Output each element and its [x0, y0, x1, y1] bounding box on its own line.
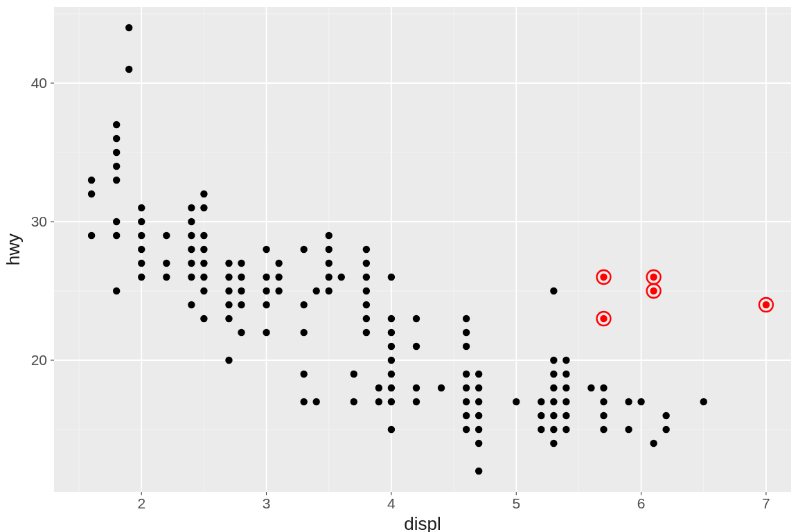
data-point	[225, 301, 232, 308]
data-point	[263, 246, 269, 253]
data-point	[138, 218, 145, 225]
data-point	[600, 426, 607, 433]
data-point	[625, 426, 632, 433]
data-point	[550, 384, 557, 391]
data-point	[275, 274, 282, 281]
data-point	[188, 274, 195, 281]
data-point	[513, 398, 520, 405]
data-point	[225, 287, 232, 294]
data-point	[200, 260, 207, 267]
data-point	[138, 260, 145, 267]
data-point	[238, 287, 245, 294]
data-point	[113, 149, 120, 156]
data-point	[275, 260, 282, 267]
data-point	[550, 357, 557, 364]
data-point	[388, 357, 395, 364]
data-point	[550, 398, 557, 405]
data-point	[475, 412, 482, 419]
data-point	[351, 398, 357, 405]
data-point	[188, 204, 195, 211]
data-point	[188, 260, 195, 267]
data-point	[413, 315, 420, 322]
data-point	[363, 329, 370, 336]
data-point	[363, 246, 370, 253]
data-point	[562, 398, 569, 405]
data-point	[113, 287, 120, 294]
data-point	[600, 398, 607, 405]
data-point	[163, 260, 170, 267]
data-point	[463, 371, 470, 378]
y-tick-label: 40	[31, 75, 47, 91]
data-point	[300, 329, 307, 336]
plot-panel	[54, 7, 791, 492]
data-point	[388, 384, 395, 391]
data-point	[388, 274, 395, 281]
data-point-highlight	[600, 315, 607, 322]
data-point	[388, 343, 395, 350]
data-point	[200, 274, 207, 281]
data-point	[650, 440, 657, 447]
data-point	[475, 468, 482, 475]
data-point	[326, 232, 332, 239]
data-point	[562, 384, 569, 391]
data-point	[138, 204, 145, 211]
data-point	[300, 371, 307, 378]
data-point	[300, 398, 307, 405]
data-point	[600, 412, 607, 419]
data-point	[562, 371, 569, 378]
data-point	[138, 274, 145, 281]
data-point	[413, 384, 420, 391]
data-point	[587, 384, 594, 391]
data-point	[113, 218, 120, 225]
data-point	[125, 24, 132, 31]
data-point	[326, 246, 332, 253]
data-point	[562, 412, 569, 419]
data-point	[463, 315, 470, 322]
data-point	[200, 204, 207, 211]
data-point	[88, 190, 95, 197]
data-point	[113, 163, 120, 170]
x-tick-label: 3	[263, 495, 271, 511]
data-point	[238, 274, 245, 281]
data-point-highlight	[600, 274, 607, 281]
x-tick-label: 7	[762, 495, 770, 511]
data-point	[88, 232, 95, 239]
data-point	[388, 329, 395, 336]
data-point	[463, 398, 470, 405]
data-point	[351, 371, 357, 378]
data-point	[475, 371, 482, 378]
data-point	[363, 301, 370, 308]
data-point	[263, 287, 269, 294]
y-tick-label: 20	[31, 352, 47, 368]
data-point	[625, 398, 632, 405]
data-point	[188, 246, 195, 253]
data-point	[238, 260, 245, 267]
data-point	[363, 315, 370, 322]
data-point	[113, 121, 120, 128]
data-point	[562, 357, 569, 364]
x-tick-label: 5	[512, 495, 520, 511]
data-point	[388, 398, 395, 405]
data-point	[238, 301, 245, 308]
data-point	[463, 412, 470, 419]
data-point	[475, 426, 482, 433]
x-tick-label: 4	[387, 495, 396, 511]
data-point	[263, 301, 269, 308]
data-point	[475, 398, 482, 405]
data-point	[388, 371, 395, 378]
data-point	[200, 246, 207, 253]
data-point	[662, 412, 669, 419]
data-point	[188, 232, 195, 239]
data-point	[463, 426, 470, 433]
data-point	[550, 287, 557, 294]
data-point	[475, 440, 482, 447]
data-point	[550, 371, 557, 378]
data-point	[163, 232, 170, 239]
data-point	[562, 426, 569, 433]
data-point	[363, 287, 370, 294]
data-point	[113, 177, 120, 184]
data-point	[300, 301, 307, 308]
data-point	[125, 66, 132, 73]
data-point	[313, 398, 320, 405]
data-point	[550, 426, 557, 433]
